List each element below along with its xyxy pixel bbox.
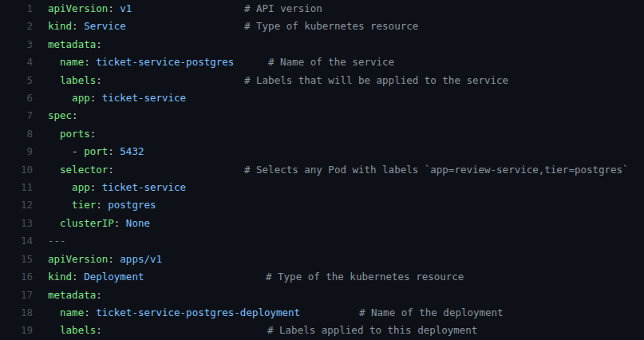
code-token-value: ticket-service [102,92,186,104]
comment-token: # Selects any Pod with labels `app=revie… [244,161,629,179]
code-line[interactable]: 12 tier: postgres [0,196,644,214]
code-token-value: Service [84,20,126,32]
code-token-key: clusterIP [60,217,114,229]
comment-token: # Name of the deployment [359,304,504,322]
code-token-key: name [60,306,84,318]
code-token-punct: : [114,217,126,229]
code-token-punct: : [90,181,102,193]
code-line[interactable]: 9 - port: 5432 [0,143,644,160]
code-token-value: ticket-service-postgres [96,56,234,68]
code-token-value: None [126,217,150,229]
line-number[interactable]: 15 [0,251,33,268]
code-text: name: ticket-service-postgres-deployment [48,304,300,322]
line-number[interactable]: 6 [0,89,33,107]
line-number[interactable]: 17 [0,287,33,304]
line-number[interactable]: 9 [0,143,33,160]
code-token-key: kind [48,20,72,32]
comment-token: # Type of the kubernetes resource [266,268,464,286]
code-line[interactable]: 15apiVersion: apps/v1 [0,251,644,268]
line-number[interactable]: 14 [0,232,33,250]
code-token-plain [48,306,60,318]
code-line[interactable]: 13 clusterIP: None [0,215,644,232]
comment-token: # Labels that will be applied to the ser… [244,72,508,89]
code-token-key: tier [72,199,96,211]
code-line[interactable]: 10 selector:# Selects any Pod with label… [0,161,644,179]
code-token-punct: : [108,164,114,176]
code-text: clusterIP: None [48,215,150,232]
code-token-plain [48,128,60,140]
code-line[interactable]: 14--- [0,232,644,250]
code-line[interactable]: 16kind: Deployment# Type of the kubernet… [0,268,644,286]
line-number[interactable]: 13 [0,215,33,232]
code-text: app: ticket-service [48,89,186,107]
code-text: ports: [48,125,96,143]
code-text: kind: Service [48,18,126,35]
code-line[interactable]: 17metadata: [0,287,644,304]
code-text: metadata: [48,36,102,53]
code-token-plain [48,74,60,86]
code-token-punct: : [108,2,120,14]
code-token-plain [48,217,60,229]
code-text: spec: [48,107,78,125]
code-text: selector: [48,161,114,179]
code-text: name: ticket-service-postgres [48,53,234,71]
code-text: apiVersion: v1 [48,0,132,18]
code-line[interactable]: 8 ports: [0,125,644,143]
code-token-punct: : [84,306,96,318]
line-number[interactable]: 4 [0,53,33,71]
code-token-punct: : [90,92,102,104]
code-token-key: apiVersion [48,253,108,265]
code-text: labels: [48,72,102,89]
code-token-punct: : [96,199,108,211]
code-token-value: apps/v1 [120,253,162,265]
code-token-key: app [72,92,90,104]
code-token-punct: : [72,109,78,121]
code-line[interactable]: 5 labels:# Labels that will be applied t… [0,72,644,89]
line-number[interactable]: 16 [0,268,33,286]
code-token-key: labels [60,74,96,86]
code-token-punct: : [96,324,102,336]
line-number[interactable]: 1 [0,0,33,18]
code-line[interactable]: 3metadata: [0,36,644,53]
code-line[interactable]: 18 name: ticket-service-postgres-deploym… [0,304,644,322]
line-number[interactable]: 12 [0,196,33,214]
code-token-punct: : [96,38,102,50]
code-token-key: labels [60,324,96,336]
line-number[interactable]: 19 [0,322,33,339]
code-token-key: port [84,145,108,157]
code-token-punct: : [96,74,102,86]
line-number[interactable]: 8 [0,125,33,143]
code-line[interactable]: 6 app: ticket-service [0,89,644,107]
code-token-key: selector [60,164,108,176]
code-token-plain [48,324,60,336]
line-number[interactable]: 5 [0,72,33,89]
code-token-plain [48,181,72,193]
code-line[interactable]: 7spec: [0,107,644,125]
comment-token: # Labels applied to this deployment [267,322,477,339]
code-line[interactable]: 1apiVersion: v1# API version [0,0,644,18]
code-line[interactable]: 2kind: Service# Type of kubernetes resou… [0,18,644,35]
line-number[interactable]: 18 [0,304,33,322]
code-token-punct: : [108,253,120,265]
line-number[interactable]: 7 [0,107,33,125]
line-number[interactable]: 3 [0,36,33,53]
code-line[interactable]: 4 name: ticket-service-postgres# Name of… [0,53,644,71]
line-number[interactable]: 11 [0,179,33,196]
code-token-punct: : [96,289,102,301]
code-token-punct: : [72,20,84,32]
code-token-value: postgres [108,199,156,211]
code-token-key: kind [48,271,72,283]
code-token-key: app [72,181,90,193]
line-number[interactable]: 10 [0,161,33,179]
code-text: - port: 5432 [48,143,144,160]
code-text: tier: postgres [48,196,156,214]
code-line[interactable]: 19 labels:# Labels applied to this deplo… [0,322,644,339]
comment-token: # Name of the service [268,53,394,71]
comment-token: # API version [244,0,322,18]
line-number[interactable]: 2 [0,18,33,35]
code-token-plain [48,199,72,211]
code-token-value: ticket-service [102,181,186,193]
code-token-key: spec [48,109,72,121]
code-token-key: ports [60,128,90,140]
code-line[interactable]: 11 app: ticket-service [0,179,644,196]
